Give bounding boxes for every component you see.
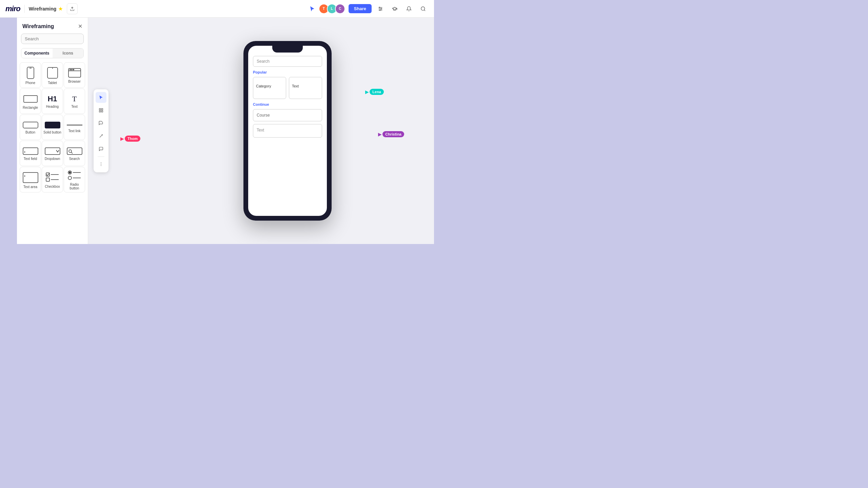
more-tools[interactable] <box>96 159 106 170</box>
heading-comp-icon: H1 <box>47 95 57 103</box>
cursor-thom-arrow: ▶ <box>120 136 124 141</box>
cursor-lena: ▶ Lena <box>365 89 384 95</box>
svg-point-16 <box>71 69 72 70</box>
component-browser[interactable]: Browser <box>64 62 85 88</box>
component-radio-button[interactable]: Radio button <box>64 167 85 192</box>
component-text-link-label: Text link <box>68 129 80 133</box>
app-logo: miro <box>5 4 20 13</box>
svg-point-7 <box>421 7 425 11</box>
component-rectangle[interactable]: Rectangle <box>20 88 41 114</box>
component-solid-button[interactable]: Solid button <box>42 115 63 140</box>
svg-rect-39 <box>99 108 101 110</box>
text-area-comp-icon <box>23 172 38 183</box>
button-comp-icon <box>23 122 38 128</box>
radio-button-comp-icon <box>68 170 81 181</box>
bell-icon[interactable] <box>403 3 414 14</box>
select-tool[interactable] <box>96 92 106 103</box>
phone-categories: Category Text <box>253 77 322 99</box>
svg-point-44 <box>101 163 101 163</box>
upload-button[interactable] <box>67 3 78 14</box>
search-topbar-icon[interactable] <box>418 3 429 14</box>
learn-icon[interactable] <box>389 3 400 14</box>
cursor-lena-label: Lena <box>370 89 384 95</box>
topbar-right: T L C Share <box>309 3 429 14</box>
svg-rect-18 <box>24 96 37 102</box>
component-heading[interactable]: H1 Heading <box>42 88 63 114</box>
dropdown-comp-icon <box>45 147 60 155</box>
component-text-field-label: Text field <box>24 157 37 161</box>
component-phone[interactable]: Phone <box>20 62 41 88</box>
svg-point-26 <box>69 150 72 152</box>
search-comp-icon <box>67 147 82 155</box>
component-radio-button-label: Radio button <box>65 183 83 190</box>
svg-rect-32 <box>46 178 50 181</box>
panel-close-button[interactable]: ✕ <box>78 23 82 29</box>
phone-content: Search Popular Category Text Continue Co… <box>248 53 327 141</box>
phone-text-input: Text <box>253 124 322 138</box>
svg-line-27 <box>71 152 73 154</box>
svg-point-35 <box>69 172 71 174</box>
connector-tool[interactable] <box>96 131 106 142</box>
svg-rect-9 <box>27 67 34 79</box>
panel-tabs: Components Icons <box>21 48 84 58</box>
component-text[interactable]: T Text <box>64 88 85 114</box>
component-search[interactable]: Search <box>64 141 85 166</box>
svg-rect-19 <box>23 122 38 128</box>
cursor-lena-arrow: ▶ <box>365 89 369 94</box>
star-icon[interactable]: ★ <box>58 6 63 12</box>
component-button-label: Button <box>25 130 35 134</box>
component-text-link[interactable]: Text link <box>64 115 85 140</box>
component-text-field[interactable]: Text field <box>20 141 41 166</box>
component-search-label: Search <box>69 157 80 161</box>
svg-rect-22 <box>23 148 38 155</box>
topbar: miro Wireframing ★ T L C Share <box>0 0 434 18</box>
rectangle-comp-icon <box>23 94 38 104</box>
browser-comp-icon <box>68 68 81 78</box>
cursor-christina-label: Christina <box>382 131 404 137</box>
phone-mockup: Search Popular Category Text Continue Co… <box>243 41 332 221</box>
svg-point-46 <box>101 165 101 166</box>
svg-point-37 <box>68 176 72 180</box>
avatar-3: C <box>335 4 345 14</box>
component-dropdown[interactable]: Dropdown <box>42 141 63 166</box>
canvas[interactable]: Search Popular Category Text Continue Co… <box>88 18 434 244</box>
component-solid-button-label: Solid button <box>43 130 61 134</box>
svg-point-45 <box>101 164 101 165</box>
avatar-group: T L C <box>319 4 345 14</box>
board-name-container: Wireframing ★ <box>29 6 63 12</box>
tab-icons[interactable]: Icons <box>53 48 84 58</box>
text-comp-icon: T <box>72 95 77 103</box>
tab-components[interactable]: Components <box>21 48 53 58</box>
share-button[interactable]: Share <box>349 4 372 13</box>
text-link-comp-icon <box>67 123 82 127</box>
component-grid: Phone Tablet Brow <box>17 62 88 195</box>
component-text-area-label: Text area <box>23 185 37 189</box>
solid-button-comp-icon <box>45 122 60 128</box>
phone-continue-label: Continue <box>253 102 322 106</box>
left-panel: Wireframing ✕ Components Icons Phone <box>17 18 88 244</box>
svg-rect-25 <box>67 148 82 155</box>
cursor-indicator <box>309 6 315 12</box>
component-text-area[interactable]: Text area <box>20 167 41 192</box>
component-tablet[interactable]: Tablet <box>42 62 63 88</box>
svg-rect-28 <box>23 172 38 183</box>
frame-tool[interactable] <box>96 105 106 116</box>
panel-search-input[interactable] <box>21 34 84 44</box>
board-name: Wireframing <box>29 6 57 12</box>
component-checkbox[interactable]: Checkbox <box>42 167 63 192</box>
component-button[interactable]: Button <box>20 115 41 140</box>
cursor-christina-arrow: ▶ <box>378 132 382 137</box>
phone-screen: Search Popular Category Text Continue Co… <box>248 46 327 216</box>
component-browser-label: Browser <box>68 80 81 83</box>
svg-rect-42 <box>101 111 103 112</box>
svg-point-15 <box>70 69 70 70</box>
phone-notch <box>272 46 303 53</box>
comment-tool[interactable] <box>96 144 106 155</box>
cursor-christina: ▶ Christina <box>378 131 404 137</box>
sticky-note-tool[interactable] <box>96 118 106 129</box>
text-field-comp-icon <box>23 147 38 155</box>
svg-rect-20 <box>45 122 60 128</box>
settings-icon[interactable] <box>375 3 386 14</box>
phone-search-box: Search <box>253 56 322 67</box>
phone-course-input: Course <box>253 109 322 121</box>
